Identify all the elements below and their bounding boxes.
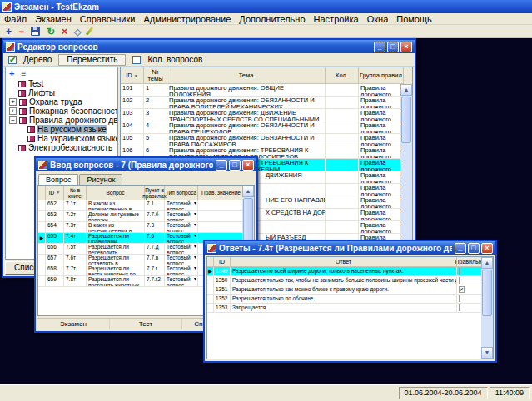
col-header-count[interactable]: Кол.	[326, 67, 359, 84]
tree-item-lifts[interactable]: Лифты	[6, 88, 117, 97]
table-row[interactable]: 1352 Разрешается только по обочине.	[207, 295, 493, 304]
scroll-up-icon[interactable]: ▲	[242, 186, 254, 197]
col-header-group[interactable]: Группа правил	[359, 67, 404, 84]
close-icon[interactable]: ×	[400, 42, 412, 52]
minimize-icon[interactable]: _	[455, 243, 466, 254]
scroll-up-icon[interactable]: ▲	[481, 257, 493, 269]
col-header-num[interactable]: № темы	[144, 67, 167, 84]
menu-settings[interactable]: Настройка	[310, 14, 363, 24]
status-date-range: 01.06.2004-20.06.2004	[399, 387, 488, 399]
table-row[interactable]: 1353 Запрещается.	[207, 304, 493, 313]
col-header-theme[interactable]: Тема	[167, 67, 326, 84]
main-titlebar[interactable]: Экзамен - TestEkzam	[0, 0, 532, 13]
col-header-id[interactable]: ID▼	[46, 186, 64, 200]
close-icon[interactable]: ×	[481, 243, 493, 254]
dropdown-icon[interactable]: ▾	[194, 255, 196, 260]
tree-item-ukrainian[interactable]: На украинском языке	[6, 134, 117, 143]
pencil-icon[interactable]	[85, 27, 92, 35]
col-header-id[interactable]: ID▼	[121, 67, 144, 84]
correct-checkbox[interactable]	[459, 304, 460, 311]
correct-checkbox[interactable]	[459, 277, 460, 284]
table-row[interactable]: 654 7.3т В каких из перечисленных в отве…	[38, 222, 254, 233]
menu-additional[interactable]: Дополнительно	[235, 14, 309, 24]
col-header-value[interactable]: Прав. значение	[198, 186, 245, 200]
diamond-icon[interactable]: ◇	[74, 27, 81, 37]
scroll-thumb[interactable]	[401, 97, 411, 143]
table-row[interactable]: 102 2 Правила дорожного движения: ОБЯЗАН…	[121, 97, 412, 109]
save-icon[interactable]	[31, 27, 40, 36]
col-header-question[interactable]: Вопрос	[87, 186, 145, 200]
dropdown-icon[interactable]: ▾	[194, 265, 196, 270]
minimize-icon[interactable]: _	[216, 160, 227, 171]
tab-picture[interactable]: Рисунок	[79, 174, 122, 185]
scroll-thumb[interactable]	[243, 198, 253, 245]
dropdown-icon[interactable]: ▾	[194, 211, 196, 216]
tree-expand-all-icon[interactable]: ≡	[21, 69, 26, 78]
table-row-selected[interactable]: ▶ 1349 Разрешается по всей ширине дороги…	[207, 267, 493, 276]
tree-item-test[interactable]: Test	[6, 79, 117, 88]
main-window-title: Экзамен - TestEkzam	[14, 2, 530, 12]
tab-question[interactable]: Вопрос	[38, 174, 78, 185]
table-row[interactable]: 1350 Разрешается только так, чтобы не за…	[207, 276, 493, 285]
tree-item-labor-safety[interactable]: + Охрана труда	[6, 97, 117, 106]
tree-item-fire-safety[interactable]: + Пожарная безопасность	[6, 106, 117, 116]
delete-icon[interactable]: ×	[62, 27, 67, 37]
col-header-correct[interactable]: Правильно	[457, 257, 484, 267]
minimize-icon[interactable]: _	[374, 42, 385, 52]
tree-checkbox[interactable]: ✔	[8, 56, 17, 64]
table-row[interactable]: 105 5 Правила дорожного движения: ОБЯЗАН…	[121, 134, 412, 146]
move-button[interactable]: Переместить	[58, 54, 126, 66]
correct-checkbox-checked[interactable]: ✔	[459, 286, 465, 293]
test-button[interactable]: Тест	[110, 319, 182, 329]
answers-titlebar[interactable]: Ответы - 7.4т (Разрешается ли Правилами …	[205, 241, 495, 255]
remove-icon[interactable]: −	[18, 27, 24, 37]
maximize-icon[interactable]: □	[468, 243, 480, 254]
col-header-type[interactable]: Тип вопроса	[165, 186, 198, 200]
question-count-checkbox[interactable]	[132, 56, 141, 64]
maximize-icon[interactable]: □	[387, 42, 399, 52]
expand-plus-icon[interactable]: +	[9, 98, 17, 106]
dropdown-icon[interactable]: ▾	[194, 233, 196, 238]
tree-item-russian[interactable]: На русском языке	[6, 125, 117, 134]
table-row[interactable]: 652 7.1т В каком из перечисленных в отве…	[38, 200, 254, 211]
dropdown-icon[interactable]: ▾	[194, 244, 196, 249]
correct-checkbox[interactable]	[459, 268, 460, 275]
add-icon[interactable]: +	[6, 27, 12, 37]
col-header-id[interactable]: ID	[214, 257, 231, 267]
maximize-icon[interactable]: □	[229, 160, 241, 171]
col-header-answer[interactable]: Ответ	[231, 257, 457, 267]
refresh-icon[interactable]: ↻	[47, 27, 55, 37]
dropdown-icon[interactable]: ▾	[194, 222, 196, 227]
expand-plus-icon[interactable]: +	[9, 107, 17, 115]
input-titlebar[interactable]: Ввод вопросов - 7 (Правила дорожного дви…	[36, 158, 256, 171]
menu-administration[interactable]: Администрирование	[139, 14, 235, 24]
dropdown-icon[interactable]: ▾	[194, 200, 196, 205]
tree-item-electrical-safety[interactable]: Электробезопасность	[6, 143, 117, 152]
col-header-book-num[interactable]: № в книге	[64, 186, 87, 200]
tree-add-icon[interactable]: +	[9, 68, 14, 78]
menu-help[interactable]: Помощь	[392, 14, 436, 24]
col-header-punkt[interactable]: Пункт в правилах	[145, 186, 165, 200]
editor-titlebar[interactable]: Редактор вопросов _ □ ×	[3, 40, 415, 53]
table-row[interactable]: 1351 Разрешается только как можно ближе …	[207, 285, 493, 295]
expand-minus-icon[interactable]: −	[9, 116, 17, 124]
table-row[interactable]: 104 4 Правила дорожного движения: ОБЯЗАН…	[121, 121, 412, 134]
table-row[interactable]: 101 1 Правила дорожного движения: ОБЩИЕ …	[121, 84, 412, 97]
close-icon[interactable]: ×	[242, 160, 254, 171]
menu-file[interactable]: Файл	[0, 14, 31, 24]
menu-references[interactable]: Справочники	[76, 14, 140, 24]
book-icon	[27, 136, 35, 142]
scroll-up-icon[interactable]: ▲	[400, 84, 412, 96]
correct-checkbox[interactable]	[459, 295, 460, 302]
table-row[interactable]: 653 7.2т Должны ли гужевые повозки обору…	[38, 211, 254, 222]
menu-windows[interactable]: Окна	[363, 14, 393, 24]
scroll-down-icon[interactable]: ▼	[481, 347, 493, 359]
exam-button[interactable]: Экзамен	[37, 319, 110, 329]
scroll-thumb[interactable]	[482, 270, 492, 316]
input-window-icon	[38, 161, 47, 170]
menu-exam[interactable]: Экзамен	[31, 14, 76, 24]
answers-scrollbar[interactable]: ▲ ▼	[481, 257, 493, 359]
tree-item-traffic-rules[interactable]: − Правила дорожного движения	[6, 116, 117, 125]
dropdown-icon[interactable]: ▾	[194, 276, 196, 281]
table-row[interactable]: 103 3 Правила дорожного движения: ДВИЖЕН…	[121, 109, 412, 121]
